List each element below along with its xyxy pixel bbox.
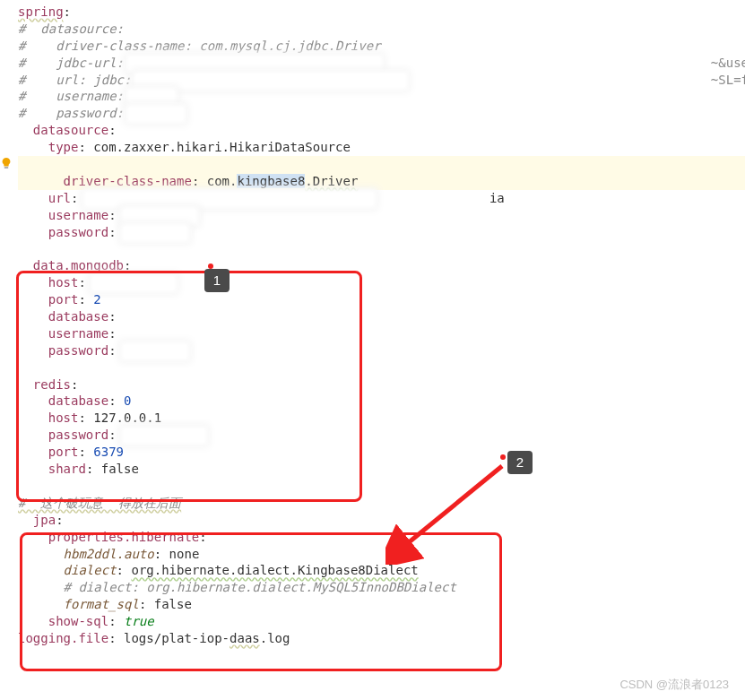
redacted [124,210,195,222]
key-mongodb: data.mongodb [33,258,124,272]
key-dialect: dialect [64,563,117,577]
key-password2: password [48,343,108,358]
redacted [136,74,405,87]
key-hbm2ddl: hbm2ddl.auto [64,547,154,561]
redacted [129,91,174,103]
key-redis: redis [33,377,71,392]
redacted [124,429,204,442]
key-redis-pw: password [48,428,108,442]
key-logging: logging.file [18,631,108,645]
key-jpa: jpa [33,513,56,527]
comment-password: # password: [18,106,124,120]
comment-url: # url: jdbc: [18,73,131,87]
val-port: 2 [93,292,100,307]
redacted [124,345,186,358]
comment-jdbcurl: # jdbc-url: [18,56,124,70]
highlighted-line[interactable]: driver-class-name: com.kingbase8.Driver [18,156,745,190]
key-format-sql: format_sql [64,597,139,611]
key-type: type [48,140,79,154]
val-hbm2ddl: none [169,547,200,561]
val-show-sql: true [124,614,154,628]
key-port: port [48,292,79,307]
key-show-sql: show-sql [48,614,108,628]
comment-username: # username: [18,89,124,103]
key-username: username [48,208,108,222]
key-datasource: datasource [33,123,108,137]
val-shard: false [101,462,139,476]
key-spring: spring [18,4,64,19]
key-database: database [48,309,108,324]
redacted [129,57,380,70]
key-driver: driver-class-name [64,174,192,188]
watermark: CSDN @流浪者0123 [619,677,729,693]
key-username2: username [48,326,108,341]
callout-dot-2 [500,454,506,460]
lightbulb-icon[interactable] [0,157,13,169]
svg-rect-0 [4,167,8,168]
hint-right-1: ~&use [711,55,745,72]
hint-right-2: ~SL=f [711,72,745,89]
redacted [124,227,186,239]
url-hint: ia [489,191,505,205]
key-host: host [48,275,79,290]
comment-datasource: # datasource: [18,22,124,36]
redacted [129,108,183,120]
comment-driver: # driver-class-name: com.mysql.cj.jdbc.D… [18,39,381,53]
val-redis-host: 127.0.0.1 [93,410,161,425]
redacted [93,277,174,290]
key-redis-host: host [48,410,79,425]
key-url: url [48,191,71,205]
val-format-sql: false [154,597,192,611]
redacted [86,193,373,205]
key-redis-db: database [48,393,108,408]
val-dialect: org.hibernate.dialect.Kingbase8Dialect [131,563,418,577]
callout-dot-1 [208,264,213,269]
comment-dialect: # dialect: org.hibernate.dialect.MySQL5I… [64,580,456,594]
comment-zh: # 这个破玩意 得放在后面 [18,496,181,510]
val-redis-port: 6379 [93,445,124,459]
selected-text: kingbase8 [237,174,305,188]
key-redis-port: port [48,445,79,459]
key-password: password [48,225,108,239]
val-type: com.zaxxer.hikari.HikariDataSource [93,140,351,154]
key-shard: shard [48,462,86,476]
val-redis-db: 0 [124,393,131,408]
key-props-hib: properties.hibernate [48,530,200,544]
